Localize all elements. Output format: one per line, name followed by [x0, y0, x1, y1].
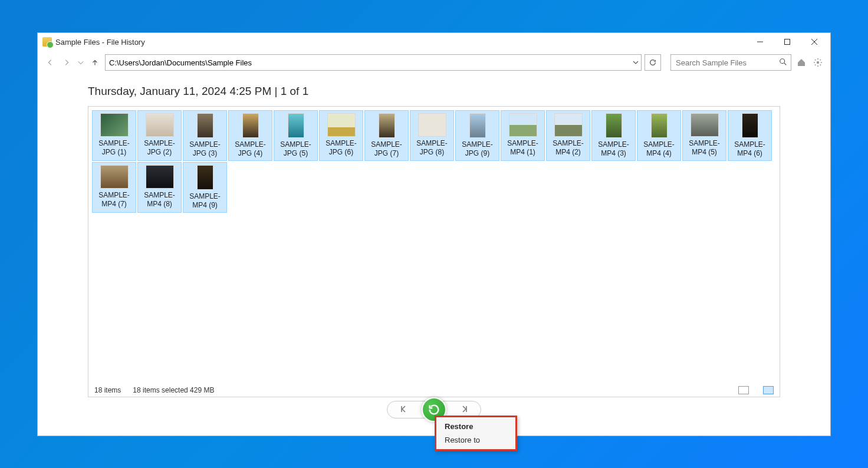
file-label: SAMPLE-JPG (6)	[321, 139, 361, 157]
file-label: SAMPLE-MP4 (7)	[94, 191, 134, 209]
menu-item-restore-to[interactable]: Restore to	[436, 433, 515, 447]
status-count: 18 items	[94, 386, 121, 394]
file-item[interactable]: SAMPLE-JPG (5)	[274, 110, 318, 161]
content-area: Thursday, January 11, 2024 4:25 PM | 1 o…	[38, 74, 830, 397]
file-thumbnail	[197, 113, 213, 138]
file-label: SAMPLE-MP4 (6)	[729, 140, 770, 158]
file-item[interactable]: SAMPLE-MP4 (7)	[92, 162, 136, 213]
svg-point-2	[817, 61, 819, 64]
address-dropdown-icon[interactable]	[629, 58, 641, 67]
app-icon	[42, 37, 52, 47]
file-thumbnail	[146, 165, 174, 189]
file-item[interactable]: SAMPLE-MP4 (3)	[591, 110, 636, 161]
file-item[interactable]: SAMPLE-JPG (4)	[228, 110, 272, 161]
file-item[interactable]: SAMPLE-JPG (2)	[137, 110, 182, 161]
file-thumbnail	[469, 113, 486, 138]
svg-rect-0	[785, 39, 790, 45]
file-item[interactable]: SAMPLE-JPG (9)	[455, 110, 499, 161]
file-thumbnail	[509, 113, 537, 137]
file-label: SAMPLE-MP4 (9)	[185, 192, 225, 210]
file-label: SAMPLE-JPG (2)	[139, 139, 180, 157]
file-label: SAMPLE-MP4 (5)	[684, 139, 725, 157]
file-thumbnail	[554, 113, 583, 137]
file-thumbnail	[197, 165, 213, 190]
file-thumbnail	[606, 113, 622, 138]
file-label: SAMPLE-MP4 (2)	[548, 139, 588, 157]
search-icon	[779, 58, 787, 68]
file-thumbnail	[288, 113, 304, 138]
address-bar[interactable]	[105, 54, 642, 71]
file-thumbnail	[327, 113, 356, 137]
file-history-window: Sample Files - File History	[37, 32, 831, 436]
file-label: SAMPLE-MP4 (4)	[639, 140, 679, 158]
file-item[interactable]: SAMPLE-JPG (6)	[319, 110, 363, 161]
toolbar	[38, 51, 830, 74]
file-grid[interactable]: SAMPLE-JPG (1)SAMPLE-JPG (2)SAMPLE-JPG (…	[88, 107, 780, 383]
search-input[interactable]	[675, 58, 779, 68]
file-item[interactable]: SAMPLE-MP4 (2)	[546, 110, 590, 161]
file-thumbnail	[651, 113, 668, 138]
file-item[interactable]: SAMPLE-JPG (1)	[92, 110, 136, 161]
next-version-button[interactable]	[461, 404, 470, 416]
file-item[interactable]: SAMPLE-MP4 (8)	[137, 162, 182, 213]
file-label: SAMPLE-JPG (5)	[275, 140, 316, 158]
svg-point-1	[780, 58, 785, 63]
file-label: SAMPLE-JPG (3)	[185, 140, 225, 158]
file-thumbnail	[742, 113, 758, 138]
file-thumbnail	[242, 113, 259, 138]
maximize-button[interactable]	[774, 33, 801, 51]
file-item[interactable]: SAMPLE-MP4 (4)	[637, 110, 681, 161]
restore-context-menu: Restore Restore to	[435, 416, 517, 451]
search-box[interactable]	[670, 54, 791, 71]
file-item[interactable]: SAMPLE-MP4 (1)	[501, 110, 545, 161]
file-thumbnail	[418, 113, 446, 137]
file-label: SAMPLE-JPG (1)	[94, 139, 134, 157]
window-title: Sample Files - File History	[55, 38, 145, 47]
view-thumbnails-icon[interactable]	[763, 386, 774, 394]
titlebar: Sample Files - File History	[38, 33, 830, 51]
status-bar: 18 items 18 items selected 429 MB	[88, 383, 780, 397]
file-label: SAMPLE-MP4 (8)	[139, 191, 180, 209]
file-pane: SAMPLE-JPG (1)SAMPLE-JPG (2)SAMPLE-JPG (…	[88, 106, 780, 397]
bottom-bar	[38, 397, 830, 436]
recent-dropdown-icon[interactable]	[77, 56, 85, 69]
close-button[interactable]	[801, 33, 828, 51]
forward-button[interactable]	[60, 56, 73, 69]
back-button[interactable]	[44, 56, 57, 69]
up-button[interactable]	[88, 56, 101, 69]
view-details-icon[interactable]	[738, 386, 749, 394]
file-thumbnail	[100, 113, 129, 137]
file-thumbnail	[146, 113, 174, 137]
version-heading: Thursday, January 11, 2024 4:25 PM | 1 o…	[88, 85, 780, 98]
file-item[interactable]: SAMPLE-JPG (8)	[410, 110, 454, 161]
file-item[interactable]: SAMPLE-MP4 (9)	[183, 162, 227, 213]
home-icon[interactable]	[795, 56, 808, 69]
file-item[interactable]: SAMPLE-MP4 (5)	[682, 110, 726, 161]
minimize-button[interactable]	[747, 33, 774, 51]
status-selected: 18 items selected 429 MB	[133, 386, 214, 394]
file-item[interactable]: SAMPLE-MP4 (6)	[728, 110, 772, 161]
file-thumbnail	[691, 113, 719, 137]
file-thumbnail	[100, 165, 129, 189]
file-thumbnail	[379, 113, 395, 138]
file-label: SAMPLE-JPG (4)	[230, 140, 271, 158]
menu-item-restore[interactable]: Restore	[436, 420, 515, 433]
file-label: SAMPLE-MP4 (3)	[593, 140, 634, 158]
refresh-button[interactable]	[645, 54, 661, 71]
gear-icon[interactable]	[811, 56, 824, 69]
previous-version-button[interactable]	[398, 404, 407, 416]
file-label: SAMPLE-JPG (7)	[366, 140, 407, 158]
file-item[interactable]: SAMPLE-JPG (3)	[183, 110, 227, 161]
file-label: SAMPLE-JPG (8)	[412, 139, 452, 157]
file-item[interactable]: SAMPLE-JPG (7)	[364, 110, 409, 161]
file-label: SAMPLE-JPG (9)	[457, 140, 498, 158]
file-label: SAMPLE-MP4 (1)	[502, 139, 543, 157]
address-input[interactable]	[106, 58, 629, 67]
